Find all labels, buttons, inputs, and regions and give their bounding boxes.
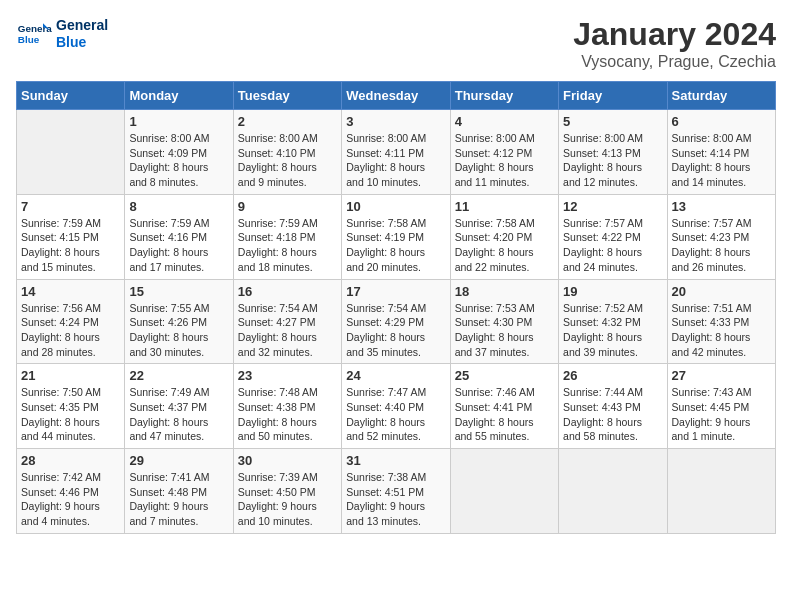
day-number: 13 [672,199,771,214]
day-of-week-header: Sunday [17,82,125,110]
day-info: Sunrise: 8:00 AMSunset: 4:10 PMDaylight:… [238,131,337,190]
logo: General Blue General Blue [16,16,108,52]
calendar-week-row: 1Sunrise: 8:00 AMSunset: 4:09 PMDaylight… [17,110,776,195]
day-info: Sunrise: 8:00 AMSunset: 4:12 PMDaylight:… [455,131,554,190]
calendar-week-row: 28Sunrise: 7:42 AMSunset: 4:46 PMDayligh… [17,449,776,534]
day-info: Sunrise: 7:42 AMSunset: 4:46 PMDaylight:… [21,470,120,529]
calendar-cell: 10Sunrise: 7:58 AMSunset: 4:19 PMDayligh… [342,194,450,279]
day-number: 11 [455,199,554,214]
day-info: Sunrise: 7:47 AMSunset: 4:40 PMDaylight:… [346,385,445,444]
calendar-cell: 2Sunrise: 8:00 AMSunset: 4:10 PMDaylight… [233,110,341,195]
calendar-cell [450,449,558,534]
calendar-cell: 12Sunrise: 7:57 AMSunset: 4:22 PMDayligh… [559,194,667,279]
calendar-week-row: 21Sunrise: 7:50 AMSunset: 4:35 PMDayligh… [17,364,776,449]
calendar-cell: 27Sunrise: 7:43 AMSunset: 4:45 PMDayligh… [667,364,775,449]
day-info: Sunrise: 7:54 AMSunset: 4:27 PMDaylight:… [238,301,337,360]
day-number: 17 [346,284,445,299]
day-of-week-header: Friday [559,82,667,110]
calendar-cell [667,449,775,534]
day-info: Sunrise: 7:41 AMSunset: 4:48 PMDaylight:… [129,470,228,529]
title-area: January 2024 Vysocany, Prague, Czechia [573,16,776,71]
calendar-cell: 25Sunrise: 7:46 AMSunset: 4:41 PMDayligh… [450,364,558,449]
day-number: 8 [129,199,228,214]
day-info: Sunrise: 8:00 AMSunset: 4:14 PMDaylight:… [672,131,771,190]
calendar-cell: 3Sunrise: 8:00 AMSunset: 4:11 PMDaylight… [342,110,450,195]
calendar-table: SundayMondayTuesdayWednesdayThursdayFrid… [16,81,776,534]
day-number: 27 [672,368,771,383]
day-info: Sunrise: 7:59 AMSunset: 4:16 PMDaylight:… [129,216,228,275]
day-number: 9 [238,199,337,214]
day-info: Sunrise: 7:48 AMSunset: 4:38 PMDaylight:… [238,385,337,444]
day-number: 4 [455,114,554,129]
day-number: 10 [346,199,445,214]
day-number: 26 [563,368,662,383]
calendar-cell: 31Sunrise: 7:38 AMSunset: 4:51 PMDayligh… [342,449,450,534]
day-info: Sunrise: 7:58 AMSunset: 4:20 PMDaylight:… [455,216,554,275]
day-number: 15 [129,284,228,299]
logo-text: General Blue [56,17,108,51]
calendar-cell: 24Sunrise: 7:47 AMSunset: 4:40 PMDayligh… [342,364,450,449]
calendar-cell: 6Sunrise: 8:00 AMSunset: 4:14 PMDaylight… [667,110,775,195]
day-number: 14 [21,284,120,299]
day-info: Sunrise: 7:59 AMSunset: 4:18 PMDaylight:… [238,216,337,275]
day-info: Sunrise: 7:49 AMSunset: 4:37 PMDaylight:… [129,385,228,444]
calendar-cell: 26Sunrise: 7:44 AMSunset: 4:43 PMDayligh… [559,364,667,449]
calendar-cell: 30Sunrise: 7:39 AMSunset: 4:50 PMDayligh… [233,449,341,534]
day-info: Sunrise: 8:00 AMSunset: 4:09 PMDaylight:… [129,131,228,190]
calendar-cell: 11Sunrise: 7:58 AMSunset: 4:20 PMDayligh… [450,194,558,279]
calendar-cell: 16Sunrise: 7:54 AMSunset: 4:27 PMDayligh… [233,279,341,364]
day-of-week-header: Saturday [667,82,775,110]
day-number: 28 [21,453,120,468]
day-info: Sunrise: 7:53 AMSunset: 4:30 PMDaylight:… [455,301,554,360]
day-number: 7 [21,199,120,214]
calendar-cell: 19Sunrise: 7:52 AMSunset: 4:32 PMDayligh… [559,279,667,364]
calendar-cell: 9Sunrise: 7:59 AMSunset: 4:18 PMDaylight… [233,194,341,279]
day-of-week-header: Wednesday [342,82,450,110]
day-of-week-header: Thursday [450,82,558,110]
day-number: 31 [346,453,445,468]
calendar-week-row: 14Sunrise: 7:56 AMSunset: 4:24 PMDayligh… [17,279,776,364]
calendar-cell: 15Sunrise: 7:55 AMSunset: 4:26 PMDayligh… [125,279,233,364]
calendar-cell: 14Sunrise: 7:56 AMSunset: 4:24 PMDayligh… [17,279,125,364]
day-info: Sunrise: 7:56 AMSunset: 4:24 PMDaylight:… [21,301,120,360]
calendar-cell: 13Sunrise: 7:57 AMSunset: 4:23 PMDayligh… [667,194,775,279]
calendar-title: January 2024 [573,16,776,53]
day-number: 29 [129,453,228,468]
calendar-week-row: 7Sunrise: 7:59 AMSunset: 4:15 PMDaylight… [17,194,776,279]
day-number: 1 [129,114,228,129]
calendar-cell: 22Sunrise: 7:49 AMSunset: 4:37 PMDayligh… [125,364,233,449]
day-info: Sunrise: 7:50 AMSunset: 4:35 PMDaylight:… [21,385,120,444]
calendar-cell: 29Sunrise: 7:41 AMSunset: 4:48 PMDayligh… [125,449,233,534]
logo-icon: General Blue [16,16,52,52]
day-number: 18 [455,284,554,299]
day-number: 12 [563,199,662,214]
day-info: Sunrise: 7:54 AMSunset: 4:29 PMDaylight:… [346,301,445,360]
day-info: Sunrise: 7:38 AMSunset: 4:51 PMDaylight:… [346,470,445,529]
calendar-cell: 20Sunrise: 7:51 AMSunset: 4:33 PMDayligh… [667,279,775,364]
day-info: Sunrise: 7:58 AMSunset: 4:19 PMDaylight:… [346,216,445,275]
day-number: 20 [672,284,771,299]
calendar-cell: 21Sunrise: 7:50 AMSunset: 4:35 PMDayligh… [17,364,125,449]
day-info: Sunrise: 8:00 AMSunset: 4:11 PMDaylight:… [346,131,445,190]
header-row: SundayMondayTuesdayWednesdayThursdayFrid… [17,82,776,110]
day-info: Sunrise: 7:44 AMSunset: 4:43 PMDaylight:… [563,385,662,444]
calendar-cell: 4Sunrise: 8:00 AMSunset: 4:12 PMDaylight… [450,110,558,195]
day-info: Sunrise: 7:57 AMSunset: 4:23 PMDaylight:… [672,216,771,275]
calendar-cell: 1Sunrise: 8:00 AMSunset: 4:09 PMDaylight… [125,110,233,195]
calendar-subtitle: Vysocany, Prague, Czechia [573,53,776,71]
day-number: 30 [238,453,337,468]
calendar-cell [17,110,125,195]
calendar-cell: 5Sunrise: 8:00 AMSunset: 4:13 PMDaylight… [559,110,667,195]
day-number: 2 [238,114,337,129]
calendar-cell: 8Sunrise: 7:59 AMSunset: 4:16 PMDaylight… [125,194,233,279]
day-info: Sunrise: 7:43 AMSunset: 4:45 PMDaylight:… [672,385,771,444]
calendar-cell: 23Sunrise: 7:48 AMSunset: 4:38 PMDayligh… [233,364,341,449]
day-info: Sunrise: 7:59 AMSunset: 4:15 PMDaylight:… [21,216,120,275]
calendar-cell: 7Sunrise: 7:59 AMSunset: 4:15 PMDaylight… [17,194,125,279]
day-of-week-header: Monday [125,82,233,110]
day-info: Sunrise: 7:57 AMSunset: 4:22 PMDaylight:… [563,216,662,275]
svg-text:Blue: Blue [18,34,40,45]
page-header: General Blue General Blue January 2024 V… [16,16,776,71]
day-info: Sunrise: 7:52 AMSunset: 4:32 PMDaylight:… [563,301,662,360]
day-info: Sunrise: 7:51 AMSunset: 4:33 PMDaylight:… [672,301,771,360]
